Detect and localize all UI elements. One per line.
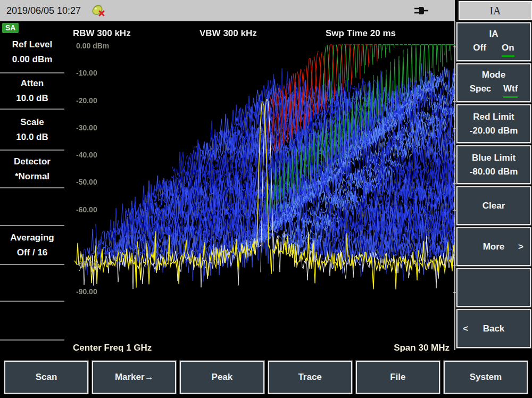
gps-no-signal-icon <box>90 3 106 18</box>
y-axis-tick: -50.00 <box>76 178 97 186</box>
option-on[interactable]: On <box>502 41 514 57</box>
setting-atten: Atten 10.0 dB <box>0 73 64 110</box>
y-axis-tick: -10.00 <box>76 69 97 77</box>
setting-averaging: Averaging Off / 16 <box>0 226 64 265</box>
softkey-back[interactable]: Back < <box>456 309 531 348</box>
y-axis-tick: -20.00 <box>76 96 97 105</box>
top-bar: 2019/06/05 10:27 <box>0 0 455 21</box>
softkey-blue-limit[interactable]: Blue Limit -80.00 dBm <box>456 145 531 184</box>
rbw-label: RBW 300 kHz <box>73 28 131 39</box>
mode-indicator-box: IA <box>458 0 532 21</box>
softkey-mode-toggle[interactable]: Mode Spec Wtf <box>456 63 531 102</box>
option-spec[interactable]: Spec <box>470 82 492 98</box>
option-wtf[interactable]: Wtf <box>503 82 518 98</box>
y-axis-tick: -80.00 <box>76 260 97 268</box>
sweep-time-label: Swp Time 20 ms <box>326 28 396 39</box>
setting-empty-3 <box>0 302 64 341</box>
menu-button-marker[interactable]: Marker→ <box>92 361 176 394</box>
option-off[interactable]: Off <box>473 41 486 57</box>
setting-empty-1 <box>0 188 64 226</box>
waterfall-display <box>65 21 456 359</box>
softkey-red-limit[interactable]: Red Limit -20.00 dBm <box>456 104 531 143</box>
setting-detector: Detector *Normal <box>0 151 64 188</box>
power-plug-icon <box>414 5 429 16</box>
setting-empty-2 <box>0 265 64 302</box>
y-axis-ref-label: 0.00 dBm <box>76 42 109 50</box>
y-axis-tick: -30.00 <box>76 123 97 132</box>
menu-button-scan[interactable]: Scan <box>4 361 88 394</box>
menu-button-system[interactable]: System <box>444 361 528 394</box>
vbw-label: VBW 300 kHz <box>200 28 257 39</box>
softkey-more[interactable]: More > <box>456 227 531 266</box>
y-axis-tick: -90.00 <box>76 287 97 296</box>
chevron-right-icon: > <box>518 240 523 254</box>
span-label: Span 30 MHz <box>394 343 450 353</box>
menu-button-peak[interactable]: Peak <box>180 361 264 394</box>
bottom-menu-bar: Scan Marker→ Peak Trace File System <box>0 361 532 394</box>
chevron-left-icon: < <box>463 322 468 336</box>
softkey-ia-toggle[interactable]: IA Off On <box>456 22 531 61</box>
mode-indicator-text: IA <box>489 5 501 17</box>
y-axis-tick: -40.00 <box>76 151 97 159</box>
setting-ref-level: Ref Level 0.00 dBm <box>0 32 64 73</box>
center-freq-label: Center Freq 1 GHz <box>73 343 152 353</box>
analyzer-screen: 2019/06/05 10:27 IA SA Ref Level 0.00 dB… <box>0 0 532 398</box>
menu-button-trace[interactable]: Trace <box>268 361 352 394</box>
menu-button-file[interactable]: File <box>356 361 440 394</box>
setting-scale: Scale 10.0 dB <box>0 110 64 151</box>
datetime-text: 2019/06/05 10:27 <box>6 5 81 16</box>
softkey-clear[interactable]: Clear <box>456 186 531 225</box>
softkey-blank[interactable] <box>456 268 531 307</box>
y-axis-tick: -60.00 <box>76 205 97 214</box>
settings-panel: Ref Level 0.00 dBm Atten 10.0 dB Scale 1… <box>0 32 64 341</box>
chart-area: RBW 300 kHz VBW 300 kHz Swp Time 20 ms 0… <box>65 21 456 359</box>
